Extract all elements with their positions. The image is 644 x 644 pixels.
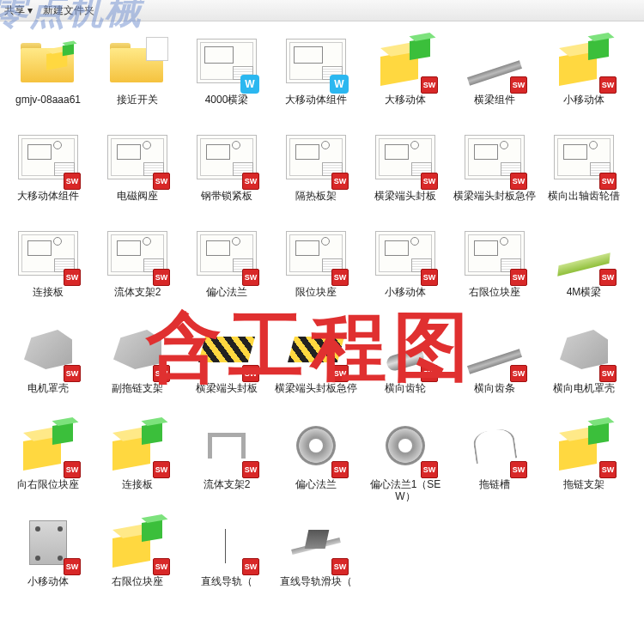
file-thumbnail: SW — [553, 415, 615, 477]
file-item[interactable]: SW副拖链支架 — [93, 317, 182, 408]
file-item[interactable]: SW流体支架2 — [182, 413, 271, 505]
file-thumbnail: SW — [285, 512, 347, 574]
file-thumbnail — [17, 30, 79, 92]
file-item[interactable]: SW横梁端头封板 — [361, 125, 450, 216]
file-item[interactable]: SW横向齿条 — [450, 317, 539, 408]
file-item[interactable]: SW偏心法兰 — [182, 221, 271, 312]
file-item[interactable]: SW小移动体 — [539, 28, 629, 119]
file-item[interactable]: SW连接板 — [3, 221, 93, 312]
file-item[interactable]: SW隔热板架 — [271, 125, 361, 216]
file-thumbnail: SW — [553, 222, 615, 284]
file-thumbnail: SW — [374, 126, 436, 188]
file-item[interactable]: 接近开关 — [93, 28, 182, 119]
file-item[interactable]: SW直线导轨（ — [182, 510, 271, 601]
file-label: 隔热板架 — [295, 190, 337, 214]
file-item[interactable]: SW小移动体 — [361, 221, 450, 312]
file-item[interactable]: SW小移动体 — [3, 510, 93, 601]
file-label: 横梁端头封板急停 — [453, 190, 536, 214]
file-thumbnail — [106, 30, 168, 92]
file-item[interactable]: SW横向电机罩壳 — [539, 317, 629, 408]
file-item[interactable]: SW偏心法兰 — [271, 413, 361, 505]
file-label: gmjv-08aaa61 — [15, 94, 81, 118]
file-grid: gmjv-08aaa61接近开关W4000横梁W大移动体组件SW大移动体SW横梁… — [0, 21, 644, 613]
file-item[interactable]: SW横向齿轮 — [361, 317, 450, 408]
file-item[interactable]: SW拖链槽 — [450, 413, 539, 505]
file-item[interactable]: SW4M横梁 — [539, 221, 629, 312]
file-label: 直线导轨滑块（ — [280, 575, 352, 599]
file-label: 连接板 — [33, 286, 64, 310]
file-thumbnail: SW — [106, 319, 168, 380]
file-item[interactable]: SW直线导轨滑块（ — [271, 510, 361, 601]
file-thumbnail: SW — [464, 415, 526, 477]
file-label: 横梁端头封板急停 — [275, 382, 357, 406]
file-thumbnail: SW — [106, 222, 168, 284]
file-item[interactable]: SW拖链支架 — [539, 413, 629, 505]
file-item[interactable]: gmjv-08aaa61 — [3, 28, 93, 119]
file-thumbnail: SW — [17, 512, 79, 574]
file-label: 大移动体组件 — [17, 190, 79, 214]
file-item[interactable]: W4000横梁 — [182, 28, 271, 119]
file-label: 流体支架2 — [204, 478, 251, 502]
file-label: 小移动体 — [385, 286, 426, 310]
file-thumbnail: W — [285, 30, 347, 92]
file-label: 电机罩壳 — [27, 382, 69, 406]
file-thumbnail: SW — [196, 126, 258, 188]
file-thumbnail: SW — [553, 30, 615, 92]
file-item[interactable]: SW电磁阀座 — [93, 125, 182, 216]
file-label: 限位块座 — [295, 286, 337, 310]
file-thumbnail: SW — [196, 415, 258, 477]
file-thumbnail: SW — [285, 126, 347, 188]
file-item[interactable]: SW右限位块座 — [450, 221, 539, 312]
file-thumbnail: SW — [374, 319, 436, 380]
file-thumbnail: SW — [553, 126, 615, 188]
file-label: 大移动体组件 — [285, 94, 347, 118]
file-item[interactable]: SW右限位块座 — [93, 510, 182, 601]
file-item[interactable]: SW横向出轴齿轮借 — [539, 125, 629, 216]
file-thumbnail: SW — [196, 512, 258, 574]
file-label: 小移动体 — [27, 575, 69, 599]
file-thumbnail: SW — [17, 126, 79, 188]
file-label: 直线导轨（ — [201, 575, 252, 599]
file-thumbnail: SW — [17, 415, 79, 477]
file-item[interactable]: SW钢带锁紧板 — [182, 125, 271, 216]
file-item[interactable]: W大移动体组件 — [271, 28, 361, 119]
file-label: 横向电机罩壳 — [553, 382, 615, 406]
file-thumbnail: SW — [285, 319, 347, 380]
file-label: 电磁阀座 — [117, 190, 158, 214]
file-item[interactable]: SW连接板 — [93, 413, 182, 505]
file-label: 横向出轴齿轮借 — [548, 190, 620, 214]
file-item[interactable]: SW大移动体组件 — [3, 125, 93, 216]
file-label: 右限位块座 — [469, 286, 520, 310]
file-item[interactable]: SW横梁端头封板急停 — [450, 125, 539, 216]
file-thumbnail: SW — [374, 415, 436, 477]
file-label: 横梁组件 — [474, 94, 515, 118]
file-item[interactable]: SW电机罩壳 — [3, 317, 93, 408]
file-thumbnail: SW — [374, 30, 436, 92]
file-thumbnail: SW — [464, 30, 526, 92]
file-thumbnail: W — [196, 30, 258, 92]
file-label: 横梁端头封板 — [196, 382, 258, 406]
toolbar: 共享 ▾ 新建文件夹 — [0, 0, 644, 21]
file-item[interactable]: SW限位块座 — [271, 221, 361, 312]
file-label: 拖链槽 — [479, 478, 510, 502]
file-item[interactable]: SW横梁端头封板急停 — [271, 317, 361, 408]
file-item[interactable]: SW偏心法兰1（SEW） — [361, 413, 450, 505]
file-item[interactable]: SW横梁组件 — [450, 28, 539, 119]
toolbar-new-folder[interactable]: 新建文件夹 — [43, 3, 94, 18]
file-label: 小移动体 — [563, 94, 605, 118]
file-label: 钢带锁紧板 — [201, 190, 252, 214]
file-thumbnail: SW — [553, 319, 615, 380]
file-item[interactable]: SW向右限位块座 — [3, 413, 93, 505]
file-label: 横向齿条 — [474, 382, 515, 406]
file-item[interactable]: SW大移动体 — [361, 28, 450, 119]
file-thumbnail: SW — [464, 319, 526, 380]
file-label: 4M横梁 — [567, 286, 602, 310]
file-thumbnail: SW — [464, 222, 526, 284]
file-label: 大移动体 — [385, 94, 426, 118]
file-label: 右限位块座 — [112, 575, 163, 599]
file-thumbnail: SW — [17, 319, 79, 380]
file-item[interactable]: SW横梁端头封板 — [182, 317, 271, 408]
toolbar-share[interactable]: 共享 ▾ — [4, 3, 33, 18]
file-label: 偏心法兰 — [295, 478, 337, 502]
file-item[interactable]: SW流体支架2 — [93, 221, 182, 312]
